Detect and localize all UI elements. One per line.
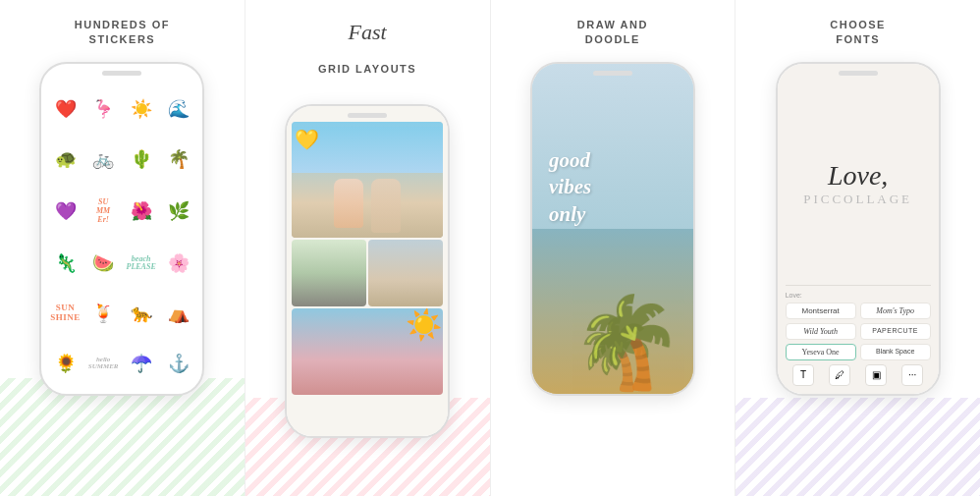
sticker-cocktail: 🍹: [87, 292, 120, 336]
sticker-text-sun: SUNSHINE: [49, 292, 82, 336]
sticker-text-summer: SUMMEr!: [87, 188, 120, 236]
font-blank-space[interactable]: Blank Space: [860, 344, 931, 360]
sticker-watermelon: 🍉: [87, 242, 120, 286]
fonts-love-text: Love,: [828, 160, 888, 192]
phone-frame-fonts: Love, PICCOLLAGE Love: Montserrat Mom's …: [776, 62, 941, 396]
palm-tree-1: 🌴: [573, 291, 683, 394]
font-toolbar: T 🖊 ▣ ···: [786, 364, 931, 386]
phone-notch-3: [593, 71, 632, 76]
panel-grid-layouts: Fast GRID LAYOUTS: [245, 0, 491, 496]
panel-draw-doodle: DRAW AND DOODLE 🌴 🌴 good vibes only: [491, 0, 736, 496]
sticker-flower: 🌺: [125, 188, 157, 236]
sticker-sun2: 🌻: [49, 342, 82, 386]
sticker-tent: ⛺: [163, 292, 195, 336]
svg-text:vibes: vibes: [549, 175, 591, 198]
sticker-text-beach: beachPLEASE: [125, 242, 157, 286]
sticker-cherry-blossom: 🌸: [163, 242, 195, 286]
sticker-purple-heart: 💜: [49, 188, 82, 236]
sticker-text-hello: helloSUMMER: [87, 342, 120, 386]
panel-choose-fonts: CHOOSE FONTS Love, PICCOLLAGE Love: Mont…: [735, 0, 980, 496]
app-container: HUNDREDS OF STICKERS ❤️ 🦩 ☀️ 🌊 🐢 🚲 🌵 🌴 💜…: [0, 0, 980, 496]
phone-notch-1: [102, 71, 141, 76]
panel-stickers-title: HUNDREDS OF STICKERS: [75, 18, 170, 48]
sticker-lizard: 🦎: [49, 242, 82, 286]
doodle-text-overlay: good vibes only: [544, 142, 662, 237]
fonts-selector-panel: Love: Montserrat Mom's Typo Wild Youth P…: [786, 285, 931, 386]
svg-text:good: good: [548, 148, 591, 172]
grid-photo-boardwalk: [292, 240, 366, 306]
sticker-sun: ☀️: [125, 87, 157, 132]
fonts-brand-text: PICCOLLAGE: [803, 192, 912, 207]
font-wild-youth[interactable]: Wild Youth: [786, 323, 856, 340]
font-montserrat[interactable]: Montserrat: [786, 303, 856, 319]
sticker-palm: 🌴: [163, 138, 195, 182]
sticker-turtle: 🐢: [49, 138, 82, 182]
fast-title: Fast: [318, 18, 416, 48]
stripe-bg-stickers: [0, 378, 245, 496]
sticker-umbrella: ☂️: [125, 342, 157, 386]
svg-text:only: only: [549, 202, 586, 226]
font-tool-color[interactable]: 🖊: [829, 364, 850, 386]
sticker-anchor: ⚓: [163, 342, 195, 386]
panel-fonts-title: CHOOSE FONTS: [830, 18, 886, 48]
panel-stickers: HUNDREDS OF STICKERS ❤️ 🦩 ☀️ 🌊 🐢 🚲 🌵 🌴 💜…: [0, 0, 245, 496]
font-field-label: Love:: [786, 292, 931, 299]
font-moms-typo[interactable]: Mom's Typo: [860, 303, 931, 319]
sticker-leaf: 🌿: [163, 188, 195, 236]
sticker-flamingo: 🦩: [87, 87, 120, 132]
sticker-grid: ❤️ 🦩 ☀️ 🌊 🐢 🚲 🌵 🌴 💜 SUMMEr! 🌺 🌿 🦎 🍉: [41, 64, 202, 394]
font-tool-more[interactable]: ···: [901, 364, 923, 386]
stripe-bg-fonts: [735, 398, 980, 496]
grid-photo-couple: [368, 240, 443, 306]
phone-frame-doodle: 🌴 🌴 good vibes only: [530, 62, 695, 396]
sticker-cactus: 🌵: [125, 138, 157, 182]
heart-sticker-overlay: 💛: [295, 128, 319, 151]
panel-draw-title: DRAW AND DOODLE: [577, 18, 648, 48]
sticker-bike: 🚲: [87, 138, 120, 182]
sticker-leopard: 🐆: [125, 292, 157, 336]
phone-notch-4: [839, 71, 878, 76]
fonts-main-display: Love, PICCOLLAGE: [803, 83, 912, 285]
doodle-screen: 🌴 🌴 good vibes only: [532, 64, 693, 394]
fast-subtitle: GRID LAYOUTS: [318, 62, 416, 77]
sticker-heart: ❤️: [49, 87, 82, 132]
font-papercute[interactable]: PAPERCUTE: [860, 323, 931, 340]
phone-notch-2: [348, 113, 387, 118]
phone-frame-stickers: ❤️ 🦩 ☀️ 🌊 🐢 🚲 🌵 🌴 💜 SUMMEr! 🌺 🌿 🦎 🍉: [39, 62, 204, 396]
panel-grid-title-wrap: Fast GRID LAYOUTS: [318, 18, 416, 90]
font-yeseva-one[interactable]: Yeseva One: [786, 344, 856, 360]
sticker-wave: 🌊: [163, 87, 195, 132]
fonts-screen: Love, PICCOLLAGE Love: Montserrat Mom's …: [778, 64, 939, 394]
font-tool-bg[interactable]: ▣: [865, 364, 887, 386]
sun-sticker-overlay: ☀️: [406, 307, 442, 342]
font-options-grid: Montserrat Mom's Typo Wild Youth PAPERCU…: [786, 303, 931, 360]
font-tool-text[interactable]: T: [792, 364, 814, 386]
phone-frame-grid: ☀️ 💛: [285, 104, 450, 438]
